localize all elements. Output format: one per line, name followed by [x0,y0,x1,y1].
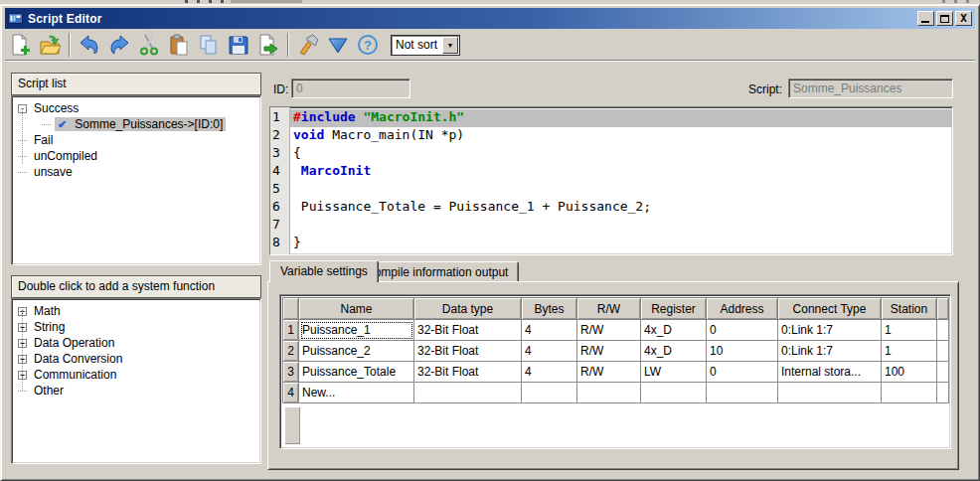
table-cell[interactable]: 4 [522,320,577,341]
table-cell[interactable] [707,383,778,403]
export-button[interactable] [255,32,281,58]
code-line[interactable] [290,181,952,199]
code-line[interactable] [290,217,952,235]
new-script-button[interactable] [7,32,33,58]
table-cell[interactable]: Puissance_Totale [299,362,414,383]
variable-table: NameData typeBytesR/WRegisterAddressConn… [282,297,949,403]
code-editor[interactable]: 12345678 #include "MacroInit.h"void Macr… [269,106,953,255]
table-cell[interactable]: Puissance_2 [299,341,414,362]
function-item-data-operation[interactable]: +Data Operation [12,335,260,351]
table-cell[interactable]: R/W [577,362,641,383]
table-cell[interactable] [778,383,882,403]
line-number: 2 [270,127,289,145]
help-button[interactable]: ? [355,32,381,58]
table-cell[interactable]: 32-Bit Float [414,362,522,383]
undo-button[interactable] [77,32,102,58]
function-list[interactable]: +Math+String+Data Operation+Data Convers… [11,298,261,464]
table-cell[interactable]: New... [299,383,414,403]
table-cell[interactable]: 0 [707,362,778,383]
tab-compile-information-output[interactable]: Compile information output [355,261,519,281]
line-number: 5 [270,181,289,199]
table-cell[interactable] [641,383,707,403]
script-item-success[interactable]: -Success [12,100,260,116]
script-name-field[interactable] [788,79,953,98]
toolbar-separator [69,33,71,57]
table-cell[interactable]: 4 [522,362,577,383]
row-number-cell[interactable]: 2 [283,341,299,362]
row-number-cell[interactable]: 1 [283,320,299,341]
script-item-uncompiled[interactable]: unCompiled [12,148,260,164]
table-cell[interactable]: 4x_D [641,341,707,362]
title-bar[interactable]: Script Editor X [5,8,975,29]
script-item-somme-puissances-id-0[interactable]: ✔Somme_Puissances->[ID:0] [36,116,260,132]
sort-dropdown-button[interactable]: ▼ [442,37,458,54]
minimize-button[interactable] [917,11,934,26]
script-item-unsave[interactable]: unsave [12,164,260,180]
save-button[interactable] [226,32,251,58]
code-line[interactable]: MarcoInit [290,163,952,181]
tab-variable-settings[interactable]: Variable settings [269,260,379,282]
function-item-data-conversion[interactable]: +Data Conversion [12,351,260,367]
table-cell[interactable]: 4x_D [641,320,707,341]
table-cell[interactable] [414,383,522,403]
table-cell[interactable]: 32-Bit Float [414,320,522,341]
table-cell[interactable]: R/W [577,320,641,341]
code-line[interactable]: void Macro_main(IN *p) [290,127,952,145]
table-cell[interactable]: 32-Bit Float [414,341,522,362]
redo-button[interactable] [106,32,132,58]
svg-text:?: ? [364,38,372,53]
row-number-cell[interactable]: 3 [283,362,299,383]
table-cell[interactable]: Puissance_1 [299,320,414,341]
copy-button[interactable] [196,32,222,58]
code-line[interactable]: { [290,145,952,163]
maximize-button[interactable] [936,11,953,26]
code-line[interactable]: Puissance_Totale = Puissance_1 + Puissan… [290,199,952,217]
open-script-button[interactable] [37,32,63,58]
table-cell[interactable] [577,383,641,403]
id-field[interactable] [291,79,410,98]
table-cell[interactable]: 1 [882,341,937,362]
sort-filter-button[interactable] [325,32,351,58]
line-number: 4 [270,163,289,181]
function-item-math[interactable]: +Math [12,303,260,319]
undo-icon [79,34,100,56]
cut-button[interactable] [136,32,162,58]
sort-dropdown[interactable]: Not sort ▼ [391,35,460,56]
screen: Script Editor X ? Not sort ▼ [0,0,980,481]
table-cell[interactable]: 100 [882,362,937,383]
id-label: ID: [273,82,288,96]
paste-button[interactable] [166,32,192,58]
table-cell[interactable]: Internal stora... [778,362,882,383]
table-cell[interactable]: 0 [707,320,778,341]
function-item-other[interactable]: Other [12,383,260,399]
save-icon [228,34,249,56]
table-cell[interactable]: R/W [577,341,641,362]
close-button[interactable]: X [955,11,972,26]
code-token: { [293,145,301,160]
column-header-name: Name [299,298,414,320]
table-cell[interactable]: 0:Link 1:7 [778,320,882,341]
table-cell[interactable] [522,383,577,403]
script-item-fail[interactable]: Fail [12,132,260,148]
item-label: unCompiled [34,149,97,163]
close-icon: X [960,13,967,24]
table-cell-stub [937,341,949,362]
table-cell[interactable]: 10 [707,341,778,362]
table-cell[interactable] [882,383,937,403]
table-cell[interactable]: 0:Link 1:7 [778,341,882,362]
line-number-gutter: 12345678 [270,107,290,254]
compile-button[interactable] [295,32,321,58]
function-item-communication[interactable]: +Communication [12,367,260,383]
code-line-current[interactable]: #include "MacroInit.h" [290,109,952,127]
function-item-string[interactable]: +String [12,319,260,335]
table-cell[interactable]: 4 [522,341,577,362]
background-tick [954,0,957,3]
table-cell-stub [937,383,949,403]
row-number-cell[interactable]: 4 [283,383,299,403]
script-list[interactable]: -Success✔Somme_Puissances->[ID:0]FailunC… [11,95,261,265]
table-cell[interactable]: LW [641,362,707,383]
item-label-wrap: unCompiled [31,149,100,163]
script-editor-window: Script Editor X ? Not sort ▼ [0,4,980,481]
code-line[interactable]: } [290,235,952,252]
table-cell[interactable]: 1 [882,320,937,341]
